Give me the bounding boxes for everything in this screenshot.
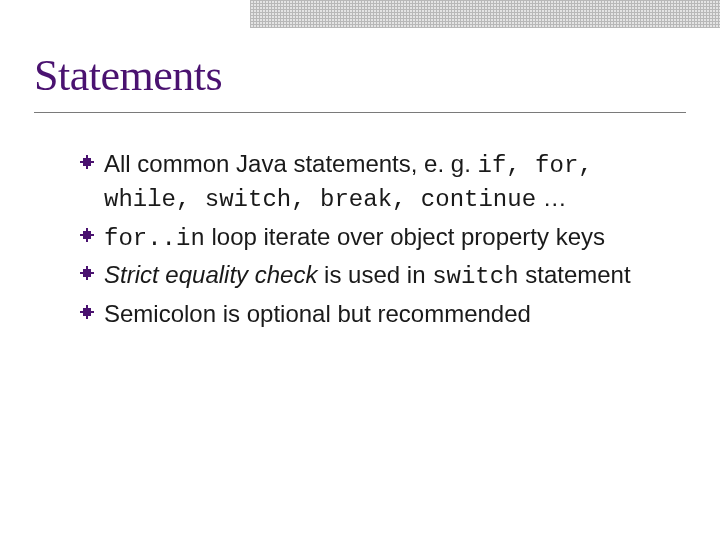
list-item-text: for..in loop iterate over object propert… [104,221,605,255]
code-text: switch [432,263,518,290]
diamond-bullet-icon [80,228,94,242]
svg-rect-5 [83,231,91,239]
code-text: for..in [104,225,205,252]
plain-text: … [536,184,567,211]
title-underline [34,112,686,113]
list-item: for..in loop iterate over object propert… [80,221,670,255]
emph-text: Strict equality check [104,261,317,288]
list-item-text: Strict equality check is used in switch … [104,259,631,293]
plain-text: is used in [317,261,432,288]
plain-text: All common Java statements, e. g. [104,150,478,177]
list-item-text: All common Java statements, e. g. if, fo… [104,148,670,217]
page-title: Statements [34,50,222,101]
bullet-list: All common Java statements, e. g. if, fo… [80,148,670,334]
svg-rect-2 [83,158,91,166]
diamond-bullet-icon [80,305,94,319]
svg-rect-11 [83,308,91,316]
diamond-bullet-icon [80,155,94,169]
list-item: Strict equality check is used in switch … [80,259,670,293]
list-item: Semicolon is optional but recommended [80,298,670,330]
svg-rect-8 [83,269,91,277]
plain-text: loop iterate over object property keys [205,223,605,250]
list-item-text: Semicolon is optional but recommended [104,298,531,330]
plain-text: statement [519,261,631,288]
diamond-bullet-icon [80,266,94,280]
list-item: All common Java statements, e. g. if, fo… [80,148,670,217]
header-pattern [250,0,720,28]
plain-text: Semicolon is optional but recommended [104,300,531,327]
